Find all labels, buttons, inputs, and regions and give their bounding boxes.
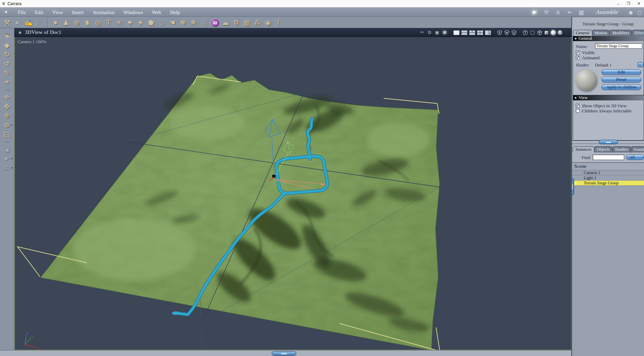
hand-object-icon[interactable]: ☚ [167, 19, 178, 27]
panel-splitter[interactable] [572, 140, 644, 144]
anvil-icon[interactable]: ⚙ [231, 19, 242, 27]
menu-view[interactable]: View [48, 10, 67, 15]
link-tool-icon[interactable]: ⚭ [2, 78, 12, 87]
menu-help[interactable]: Help [165, 10, 184, 15]
view-section-header[interactable]: ▼View [573, 95, 644, 100]
text-object-icon[interactable]: T [103, 19, 114, 26]
target-helper-icon[interactable]: ◉ [263, 19, 273, 27]
maximize-button[interactable]: ❐ [623, 0, 634, 7]
layout-quad-icon[interactable] [477, 30, 483, 35]
cloud-icon[interactable]: ☁ [220, 19, 231, 27]
light-object-icon[interactable]: ⁂ [252, 19, 263, 27]
render-camera-tool-icon[interactable]: ▣ [2, 145, 12, 154]
move-tool-icon[interactable]: ◆ [2, 41, 12, 50]
find-input[interactable] [593, 155, 624, 160]
textured-sphere-icon[interactable] [558, 30, 562, 35]
reference-box-tool-icon[interactable]: ◱ [2, 130, 12, 139]
tree-icon[interactable]: ♣ [125, 19, 135, 26]
scene-item-terrain-siege-group[interactable]: ▶ Terrain Siege Group [572, 181, 644, 186]
shader-preview-sphere[interactable] [575, 70, 597, 91]
terrain-object-icon[interactable]: ⌂ [199, 19, 210, 26]
menu-windows[interactable]: Windows [119, 10, 147, 15]
name-field[interactable] [595, 43, 642, 49]
shield-wireframe-icon[interactable] [497, 30, 502, 35]
move-x-tool-icon[interactable]: ✛ [2, 93, 12, 102]
pan-tool-icon[interactable]: ☛▸ [2, 154, 12, 163]
select-tool-icon[interactable]: ➤ [2, 32, 12, 41]
sphere-primitive-icon[interactable]: ● [50, 19, 61, 26]
layout-corner-icon[interactable] [485, 30, 491, 35]
shield-shaded-icon[interactable] [504, 30, 509, 35]
camera-view-icon[interactable]: ▣ [434, 30, 440, 35]
bone-icon[interactable]: ⌇ [273, 19, 284, 27]
rock-icon[interactable]: ⬟ [146, 19, 157, 27]
tab-instances[interactable]: Instances [573, 146, 594, 152]
visible-checkbox[interactable]: ✓ [576, 51, 580, 54]
reset-view-icon[interactable] [523, 30, 528, 35]
menu-insert[interactable]: Insert [67, 10, 88, 15]
tab-modifiers[interactable]: Modifiers [609, 30, 632, 36]
tab-objects[interactable]: Objects [594, 146, 612, 152]
animated-checkbox[interactable]: ✓ [576, 56, 580, 60]
show-object-checkbox[interactable]: ✓ [576, 104, 580, 108]
scene-item-camera-1[interactable]: Camera 1 [572, 170, 644, 175]
bottom-tray-handle[interactable] [272, 351, 296, 356]
solid-cube-icon[interactable] [544, 30, 549, 35]
assemble-hand-icon[interactable]: ☛ [529, 9, 541, 16]
move-y-tool-icon[interactable]: ✜ [2, 102, 12, 111]
render-room-icon[interactable]: ✒ [564, 9, 575, 16]
eye-icon[interactable]: ◉ [626, 10, 635, 15]
hierarchy-icon[interactable]: ⧉ [427, 30, 432, 35]
filter-all-button[interactable]: All [626, 155, 644, 160]
fountain-icon[interactable]: ♒ [210, 19, 220, 27]
shield-textured-icon[interactable] [511, 30, 517, 35]
metaball-icon[interactable]: ⊕ [72, 19, 82, 27]
storyboard-room-icon[interactable]: ⋔ [552, 9, 564, 16]
particle-emitter-icon[interactable]: ✳ [114, 19, 125, 27]
model-room-icon[interactable]: ⚒ [541, 9, 552, 16]
smooth-shaded-sphere-icon[interactable] [551, 30, 556, 35]
menu-file[interactable]: File [13, 10, 30, 15]
fur-icon[interactable]: ❋ [188, 19, 199, 27]
camera-object-icon[interactable]: ▦ [242, 19, 252, 27]
close-button[interactable]: ✕ [634, 0, 644, 7]
sequencer-room-icon[interactable]: ▦ [575, 9, 587, 16]
viewport-dot-icon[interactable]: ◉ [18, 30, 22, 34]
layout-three-pane-icon[interactable] [469, 30, 475, 35]
menu-edit[interactable]: Edit [30, 10, 48, 15]
wireframe-cube-icon[interactable] [537, 30, 542, 35]
scene-3d[interactable]: z y x [15, 37, 571, 350]
sculpt-ghost-tool-icon[interactable]: ✍ [23, 19, 34, 27]
scale-tool-icon[interactable]: ↺ [2, 59, 12, 69]
tab-shaders[interactable]: Shaders [612, 146, 631, 152]
edit-button[interactable]: Edit [602, 69, 641, 75]
conifer-icon[interactable]: ♠ [135, 19, 146, 26]
minimize-button[interactable]: – [613, 0, 623, 7]
tab-effects[interactable]: Effects [632, 30, 644, 36]
general-section-header[interactable]: ▼General [573, 36, 644, 41]
panel-collapse-handle[interactable] [571, 178, 574, 195]
terrain-mesh[interactable] [41, 73, 439, 350]
tab-sounds[interactable]: Sounds [631, 146, 644, 152]
rotate-tool-icon[interactable]: ↻ [2, 50, 12, 59]
tab-motion[interactable]: Motion [592, 30, 610, 36]
layout-single-icon[interactable] [454, 30, 459, 35]
tab-general[interactable]: General [573, 30, 592, 36]
zoom-tool-icon[interactable]: ⚲▸ [2, 163, 12, 173]
move-z-tool-icon[interactable]: ✙ [2, 111, 12, 121]
expand-arrow-icon[interactable]: ▶ [575, 181, 578, 186]
apply-to-children-button[interactable]: Apply to children [602, 84, 641, 90]
flower-icon[interactable]: ✾ [178, 19, 188, 27]
panel-splitter-handle[interactable] [599, 140, 618, 144]
layout-split-horizontal-icon[interactable] [461, 30, 467, 35]
fire-icon[interactable]: ♨ [157, 19, 167, 27]
vertex-object-icon[interactable]: ♟ [61, 19, 72, 27]
paint-tool-icon[interactable]: ☄ [34, 19, 45, 27]
orbit-view-icon[interactable] [530, 30, 535, 35]
paint-display-icon[interactable]: ✑ [419, 30, 425, 35]
viewport-canvas[interactable]: Camera 1 100% [14, 37, 571, 350]
universal-manipulator-icon[interactable]: ⊕▸ [2, 121, 12, 130]
preset-button[interactable]: Preset [602, 77, 641, 83]
hand-ghost-tool-icon[interactable]: ☛ [13, 19, 23, 27]
children-selectable-checkbox[interactable] [576, 109, 580, 113]
